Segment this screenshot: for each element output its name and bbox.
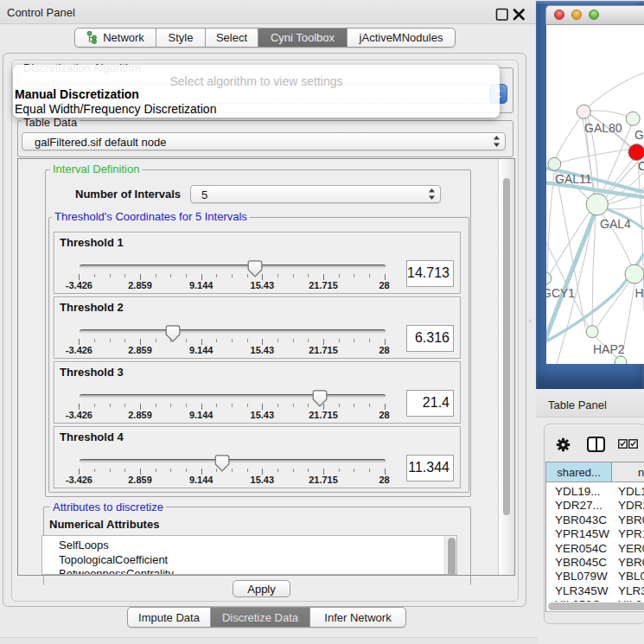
svg-text:G.: G. [634,128,644,142]
svg-text:GAL4: GAL4 [600,217,631,231]
svg-text:GAL80: GAL80 [584,121,622,135]
svg-text:HAP2: HAP2 [593,342,625,356]
svg-text:GCY1: GCY1 [546,286,575,300]
svg-text:H: H [635,286,644,300]
svg-text:GAL11: GAL11 [555,172,592,186]
svg-text:C: C [638,159,644,173]
